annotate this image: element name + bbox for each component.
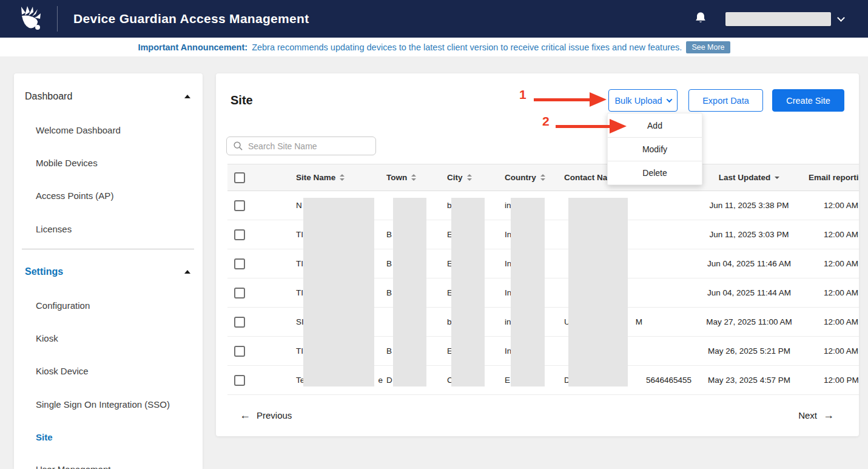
notifications-bell-icon[interactable] xyxy=(694,11,708,27)
email-reporting-cell: 12:00 AM xyxy=(824,201,858,210)
column-label: Site Name xyxy=(296,173,335,182)
page-title: Site xyxy=(230,93,253,107)
bulk-upload-button[interactable]: Bulk Upload xyxy=(608,89,678,112)
sidebar-group-dashboard[interactable]: Dashboard xyxy=(14,89,203,104)
sidebar-item-welcome-dashboard[interactable]: Welcome Dashboard xyxy=(14,123,203,137)
sidebar-item-kiosk-device[interactable]: Kiosk Device xyxy=(14,363,203,378)
user-account-menu[interactable] xyxy=(725,12,844,26)
chevron-down-icon xyxy=(666,96,672,103)
column-header-town[interactable]: Town xyxy=(386,173,447,182)
caret-up-icon xyxy=(184,95,190,98)
redaction-bar xyxy=(511,198,545,386)
chevron-down-icon xyxy=(837,14,845,22)
row-checkbox[interactable] xyxy=(234,200,245,211)
previous-page-button[interactable]: ← Previous xyxy=(240,406,292,424)
announcement-bar: Important Announcement: Zebra recommends… xyxy=(0,38,868,56)
sort-icon xyxy=(340,174,345,181)
export-data-label: Export Data xyxy=(702,96,749,106)
sidebar-item-label: Licenses xyxy=(36,224,72,234)
annotation-arrow-2-head xyxy=(610,119,627,133)
column-label: Last Updated xyxy=(719,173,771,182)
last-updated-cell: Jun 11, 2025 3:03 PM xyxy=(709,230,789,239)
column-header-last-updated[interactable]: Last Updated xyxy=(698,173,801,182)
town-cell: D xyxy=(386,376,392,385)
phone-cell: 5646465455 xyxy=(646,376,691,385)
row-checkbox[interactable] xyxy=(234,375,245,386)
column-label: Email reporting xyxy=(809,173,859,182)
site-name-cell: TI xyxy=(296,288,303,297)
email-reporting-cell: 12:00 AM xyxy=(824,259,858,268)
town-cell: B xyxy=(386,346,392,356)
create-site-label: Create Site xyxy=(786,96,830,106)
menu-item-delete[interactable]: Delete xyxy=(608,161,702,184)
last-updated-cell: Jun 04, 2025 11:44 AM xyxy=(707,288,791,297)
sidebar-item-mobile-devices[interactable]: Mobile Devices xyxy=(14,155,203,170)
column-label: Town xyxy=(386,173,407,182)
sidebar-item-site[interactable]: Site xyxy=(14,430,203,444)
site-panel: Site Bulk Upload Export Data Create Site… xyxy=(216,73,859,436)
app-header: Device Guardian Access Management xyxy=(0,0,868,38)
country-cell: E xyxy=(505,376,510,385)
column-header-email-reporting: Email reporting xyxy=(801,173,859,182)
create-site-button[interactable]: Create Site xyxy=(772,89,844,112)
annotation-arrow-2-shaft xyxy=(556,125,610,128)
redaction-bar xyxy=(451,198,485,386)
last-updated-cell: May 26, 2025 5:21 PM xyxy=(708,346,790,356)
row-checkbox[interactable] xyxy=(234,288,245,299)
table-header-row: Site Name Town City Country Contact Name xyxy=(227,164,859,191)
sidebar-group-settings[interactable]: Settings xyxy=(14,265,203,279)
header-divider xyxy=(57,6,58,32)
town-cell: B xyxy=(386,259,392,268)
country-cell: in xyxy=(505,317,511,326)
email-reporting-cell: 12:00 AM xyxy=(824,346,858,356)
see-more-button[interactable]: See More xyxy=(686,41,730,53)
redaction-bar xyxy=(568,198,628,386)
sidebar-item-sso[interactable]: Single Sign On Integration (SSO) xyxy=(14,397,203,411)
arrow-right-icon: → xyxy=(823,410,834,420)
sidebar-item-label: Welcome Dashboard xyxy=(36,125,121,135)
sidebar-item-label: Access Points (AP) xyxy=(36,191,113,201)
bulk-upload-label: Bulk Upload xyxy=(614,96,662,106)
select-all-checkbox[interactable] xyxy=(234,172,245,183)
row-checkbox[interactable] xyxy=(234,317,245,328)
annotation-step-1: 1 xyxy=(519,87,527,102)
site-search xyxy=(226,137,376,155)
row-checkbox[interactable] xyxy=(234,229,245,240)
column-header-site-name[interactable]: Site Name xyxy=(296,173,386,182)
row-checkbox[interactable] xyxy=(234,346,245,357)
last-updated-cell: May 27, 2025 11:00 AM xyxy=(706,317,792,326)
column-header-city[interactable]: City xyxy=(447,173,505,182)
sidebar-item-access-points[interactable]: Access Points (AP) xyxy=(14,188,203,203)
country-cell: in xyxy=(505,201,511,210)
header-right xyxy=(694,0,844,38)
menu-item-modify[interactable]: Modify xyxy=(608,137,702,161)
arrow-left-icon: ← xyxy=(240,410,251,420)
sidebar-item-user-management[interactable]: User Management xyxy=(14,462,203,469)
sidebar-group-dashboard-label: Dashboard xyxy=(25,91,72,102)
sidebar-item-label: Mobile Devices xyxy=(36,158,98,168)
sidebar-group-settings-label: Settings xyxy=(25,266,63,277)
sidebar-item-licenses[interactable]: Licenses xyxy=(14,221,203,236)
zebra-logo-icon xyxy=(17,5,45,33)
app: Device Guardian Access Management Import… xyxy=(0,0,868,469)
email-reporting-cell: 12:00 AM xyxy=(824,317,858,326)
sort-icon xyxy=(540,174,545,181)
next-page-button[interactable]: Next → xyxy=(798,406,834,424)
announcement-label: Important Announcement: xyxy=(138,42,247,52)
app-title: Device Guardian Access Management xyxy=(73,12,309,26)
search-input[interactable] xyxy=(248,141,369,151)
sidebar-item-label: Site xyxy=(36,432,53,442)
export-data-button[interactable]: Export Data xyxy=(688,89,763,112)
column-label: Country xyxy=(505,173,536,182)
redaction-bar xyxy=(303,198,374,386)
column-header-country[interactable]: Country xyxy=(505,173,564,182)
site-name-tail: e xyxy=(378,376,383,385)
email-reporting-cell: 12:00 AM xyxy=(824,230,858,239)
row-checkbox[interactable] xyxy=(234,258,245,269)
user-email-redaction xyxy=(725,12,831,26)
sidebar-item-configuration[interactable]: Configuration xyxy=(14,298,203,312)
annotation-arrow-1-shaft xyxy=(534,98,590,101)
sidebar-divider xyxy=(22,249,194,249)
sidebar-item-kiosk[interactable]: Kiosk xyxy=(14,331,203,345)
next-label: Next xyxy=(798,410,817,420)
